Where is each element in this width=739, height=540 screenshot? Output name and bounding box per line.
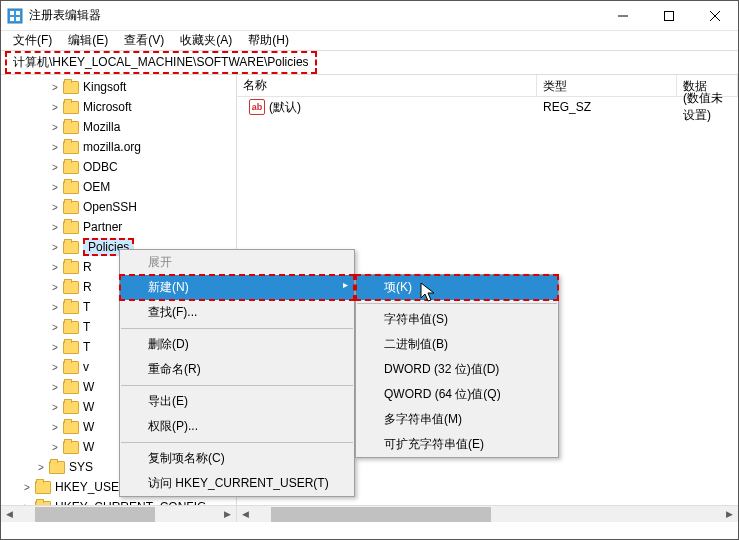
expand-icon[interactable]: > <box>49 81 61 93</box>
expand-icon[interactable]: > <box>49 201 61 213</box>
menu-favorites[interactable]: 收藏夹(A) <box>172 30 240 51</box>
expand-icon[interactable]: > <box>49 281 61 293</box>
expand-icon[interactable]: > <box>49 361 61 373</box>
tree-item[interactable]: T <box>83 320 90 334</box>
tree-item[interactable]: Kingsoft <box>83 80 126 94</box>
col-name[interactable]: 名称 <box>237 75 537 96</box>
col-type[interactable]: 类型 <box>537 75 677 96</box>
tree-item[interactable]: Microsoft <box>83 100 132 114</box>
folder-icon <box>63 341 79 354</box>
title-bar: 注册表编辑器 <box>1 1 738 31</box>
ctx-new-dword[interactable]: DWORD (32 位)值(D) <box>356 357 558 382</box>
svg-rect-2 <box>16 11 20 15</box>
folder-icon <box>63 101 79 114</box>
tree-item[interactable]: W <box>83 400 94 414</box>
expand-icon[interactable]: > <box>49 301 61 313</box>
tree-item[interactable]: W <box>83 440 94 454</box>
expand-icon[interactable]: > <box>49 321 61 333</box>
tree-item[interactable]: Mozilla <box>83 120 120 134</box>
expand-icon[interactable]: > <box>49 241 61 253</box>
folder-icon <box>35 481 51 494</box>
scroll-thumb[interactable] <box>35 507 155 522</box>
window-title: 注册表编辑器 <box>29 7 600 24</box>
folder-icon <box>63 401 79 414</box>
tree-item[interactable]: Partner <box>83 220 122 234</box>
scroll-left-icon[interactable]: ◀ <box>1 506 18 523</box>
expand-icon[interactable]: > <box>49 421 61 433</box>
expand-icon[interactable]: > <box>21 481 33 493</box>
value-row[interactable]: ab (默认) REG_SZ (数值未设置) <box>237 97 738 117</box>
address-path: 计算机\HKEY_LOCAL_MACHINE\SOFTWARE\Policies <box>5 51 317 74</box>
minimize-button[interactable] <box>600 1 646 31</box>
separator <box>121 328 353 329</box>
tree-item[interactable]: OEM <box>83 180 110 194</box>
expand-icon[interactable]: > <box>49 441 61 453</box>
tree-item[interactable]: ODBC <box>83 160 118 174</box>
value-name: (默认) <box>269 99 301 116</box>
address-bar[interactable]: 计算机\HKEY_LOCAL_MACHINE\SOFTWARE\Policies <box>1 51 738 75</box>
folder-icon <box>63 241 79 254</box>
ctx-new-expandstring[interactable]: 可扩充字符串值(E) <box>356 432 558 457</box>
tree-item[interactable]: W <box>83 380 94 394</box>
ctx-permissions[interactable]: 权限(P)... <box>120 414 354 439</box>
folder-icon <box>63 121 79 134</box>
ctx-export[interactable]: 导出(E) <box>120 389 354 414</box>
folder-icon <box>63 301 79 314</box>
ctx-delete[interactable]: 删除(D) <box>120 332 354 357</box>
tree-item[interactable]: W <box>83 420 94 434</box>
tree-item[interactable]: T <box>83 340 90 354</box>
svg-rect-1 <box>10 11 14 15</box>
separator <box>121 442 353 443</box>
menu-file[interactable]: 文件(F) <box>5 30 60 51</box>
ctx-goto-hkcu[interactable]: 访问 HKEY_CURRENT_USER(T) <box>120 471 354 496</box>
context-menu: 展开 新建(N) 查找(F)... 删除(D) 重命名(R) 导出(E) 权限(… <box>119 249 355 497</box>
ctx-new-multistring[interactable]: 多字符串值(M) <box>356 407 558 432</box>
expand-icon[interactable]: > <box>49 161 61 173</box>
expand-icon[interactable]: > <box>35 461 47 473</box>
scroll-right-icon[interactable]: ▶ <box>721 506 738 523</box>
expand-icon[interactable]: > <box>49 121 61 133</box>
tree-item[interactable]: OpenSSH <box>83 200 137 214</box>
tree-item[interactable]: SYS <box>69 460 93 474</box>
window-controls <box>600 1 738 31</box>
expand-icon[interactable]: > <box>49 261 61 273</box>
tree-item[interactable]: v <box>83 360 89 374</box>
tree-scrollbar[interactable]: ◀ ▶ <box>1 505 236 522</box>
expand-icon[interactable]: > <box>49 341 61 353</box>
ctx-new-binary[interactable]: 二进制值(B) <box>356 332 558 357</box>
maximize-button[interactable] <box>646 1 692 31</box>
expand-icon[interactable]: > <box>49 141 61 153</box>
menu-help[interactable]: 帮助(H) <box>240 30 297 51</box>
expand-icon[interactable]: > <box>49 181 61 193</box>
ctx-find[interactable]: 查找(F)... <box>120 300 354 325</box>
ctx-copy-key-name[interactable]: 复制项名称(C) <box>120 446 354 471</box>
folder-icon <box>63 381 79 394</box>
expand-icon[interactable]: > <box>49 221 61 233</box>
ctx-rename[interactable]: 重命名(R) <box>120 357 354 382</box>
scroll-thumb[interactable] <box>271 507 491 522</box>
tree-item[interactable]: T <box>83 300 90 314</box>
expand-icon[interactable]: > <box>49 401 61 413</box>
ctx-new-string[interactable]: 字符串值(S) <box>356 307 558 332</box>
menu-edit[interactable]: 编辑(E) <box>60 30 116 51</box>
list-header: 名称 类型 数据 <box>237 75 738 97</box>
folder-icon <box>63 141 79 154</box>
tree-item[interactable]: R <box>83 260 92 274</box>
separator <box>357 303 557 304</box>
ctx-new-key[interactable]: 项(K) <box>356 275 558 300</box>
scroll-right-icon[interactable]: ▶ <box>219 506 236 523</box>
close-button[interactable] <box>692 1 738 31</box>
ctx-new-qword[interactable]: QWORD (64 位)值(Q) <box>356 382 558 407</box>
menu-view[interactable]: 查看(V) <box>116 30 172 51</box>
scroll-left-icon[interactable]: ◀ <box>237 506 254 523</box>
tree-item[interactable]: R <box>83 280 92 294</box>
expand-icon[interactable]: > <box>49 101 61 113</box>
ctx-expand[interactable]: 展开 <box>120 250 354 275</box>
expand-icon[interactable]: > <box>49 381 61 393</box>
folder-icon <box>49 461 65 474</box>
list-scrollbar[interactable]: ◀ ▶ <box>237 505 738 522</box>
value-type: REG_SZ <box>537 98 677 116</box>
ctx-new[interactable]: 新建(N) <box>120 275 354 300</box>
tree-item[interactable]: mozilla.org <box>83 140 141 154</box>
folder-icon <box>63 201 79 214</box>
